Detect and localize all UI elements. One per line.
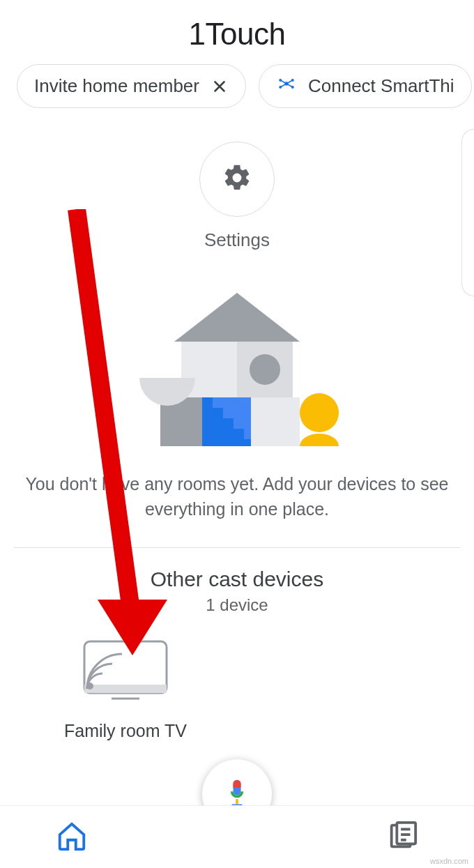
settings-label: Settings	[204, 229, 270, 251]
suggestion-chips: Invite home member Connect SmartThi	[0, 64, 474, 108]
settings-circle[interactable]	[199, 142, 275, 217]
chip-label: Invite home member	[34, 75, 199, 97]
house-illustration	[0, 293, 474, 446]
cast-device-tile[interactable]: Family room TV	[49, 639, 202, 741]
close-icon[interactable]	[211, 77, 229, 96]
gear-icon	[222, 162, 252, 196]
chip-label: Connect SmartThi	[308, 75, 454, 97]
invite-home-member-chip[interactable]: Invite home member	[17, 64, 246, 108]
empty-rooms-message: You don't have any rooms yet. Add your d…	[0, 471, 474, 522]
svg-point-8	[250, 354, 280, 385]
watermark: wsxdn.com	[430, 857, 468, 865]
home-title: 1Touch	[0, 0, 474, 64]
edge-pull-tab[interactable]	[461, 129, 474, 296]
svg-rect-14	[84, 685, 167, 693]
other-cast-count: 1 device	[0, 595, 474, 615]
device-name: Family room TV	[64, 721, 187, 741]
svg-point-12	[300, 393, 339, 432]
smartthings-icon	[276, 73, 297, 99]
svg-point-16	[86, 683, 93, 690]
divider	[14, 547, 460, 548]
tv-cast-icon	[80, 639, 171, 708]
feed-tab-icon[interactable]	[386, 820, 418, 855]
settings-button[interactable]: Settings	[0, 142, 474, 251]
other-cast-title: Other cast devices	[0, 568, 474, 591]
svg-rect-17	[236, 799, 238, 804]
svg-rect-11	[251, 397, 300, 446]
home-tab-icon[interactable]	[56, 820, 88, 855]
bottom-nav	[0, 805, 474, 868]
svg-marker-5	[174, 293, 300, 342]
connect-smartthings-chip[interactable]: Connect SmartThi	[259, 64, 472, 108]
